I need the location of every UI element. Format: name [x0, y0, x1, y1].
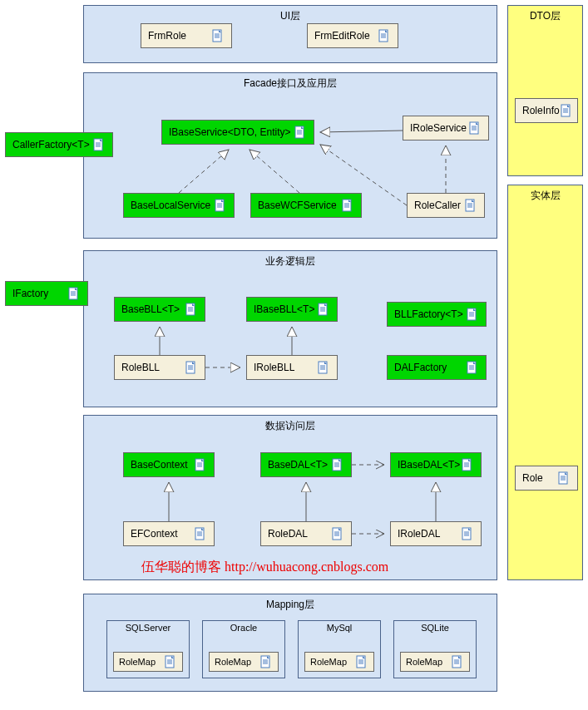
sqlserver-rolemap: RoleMap	[113, 652, 183, 672]
sqlserver-title: SQLServer	[107, 621, 189, 634]
entity-layer-title: 实体层	[508, 185, 582, 206]
bll-factory-node: BLLFactory<T>	[387, 302, 487, 327]
role-bll-node: RoleBLL	[114, 355, 205, 380]
irole-bll-label: IRoleBLL	[254, 362, 294, 373]
base-bll-label: BaseBLL<T>	[121, 303, 180, 315]
document-icon	[331, 458, 344, 471]
sqlite-rolemap-label: RoleMap	[406, 657, 442, 667]
document-icon	[461, 527, 474, 540]
document-icon	[468, 121, 482, 135]
dal-factory-node: DALFactory	[387, 355, 487, 380]
ibase-service-label: IBaseService<DTO, Entity>	[169, 126, 291, 138]
document-icon	[341, 199, 354, 212]
role-caller-node: RoleCaller	[407, 193, 485, 218]
bll-factory-label: BLLFactory<T>	[394, 308, 463, 320]
mysql-rolemap: RoleMap	[304, 652, 374, 672]
irole-dal-node: IRoleDAL	[390, 521, 482, 546]
ef-context-node: EFContext	[123, 521, 215, 546]
ef-context-label: EFContext	[131, 528, 178, 540]
ibase-bll-label: IBaseBLL<T>	[254, 303, 314, 315]
role-caller-label: RoleCaller	[414, 200, 461, 211]
oracle-rolemap-label: RoleMap	[215, 657, 251, 667]
ibase-service-node: IBaseService<DTO, Entity>	[161, 120, 314, 145]
ibase-bll-node: IBaseBLL<T>	[246, 297, 338, 322]
sqlite-rolemap: RoleMap	[400, 652, 470, 672]
document-icon	[331, 527, 344, 540]
mysql-rolemap-label: RoleMap	[310, 657, 347, 667]
caller-factory-node: CallerFactory<T>	[5, 132, 113, 157]
facade-layer-title: Facade接口及应用层	[84, 73, 497, 94]
base-wcf-service-label: BaseWCFService	[258, 200, 337, 211]
document-icon	[211, 29, 225, 42]
ifactory-node: IFactory	[5, 281, 88, 306]
oracle-title: Oracle	[203, 621, 284, 634]
irole-bll-node: IRoleBLL	[246, 355, 338, 380]
oracle-rolemap: RoleMap	[209, 652, 279, 672]
ibase-dal-node: IBaseDAL<T>	[390, 452, 482, 477]
entity-layer: 实体层	[507, 185, 583, 580]
mysql-title: MySql	[299, 621, 380, 634]
role-bll-label: RoleBLL	[121, 362, 160, 373]
ibase-dal-label: IBaseDAL<T>	[398, 459, 460, 471]
irole-service-node: IRoleService	[403, 116, 489, 141]
dto-layer-title: DTO层	[508, 6, 582, 27]
document-icon	[185, 361, 198, 374]
role-dal-node: RoleDAL	[260, 521, 352, 546]
dal-layer: 数据访问层	[83, 415, 497, 580]
bll-layer: 业务逻辑层	[83, 250, 497, 407]
dto-layer: DTO层	[507, 5, 583, 176]
bll-layer-title: 业务逻辑层	[84, 251, 497, 272]
document-icon	[194, 458, 207, 471]
document-icon	[355, 655, 368, 668]
irole-dal-label: IRoleDAL	[398, 528, 440, 540]
role-dal-label: RoleDAL	[268, 528, 308, 540]
document-icon	[185, 303, 198, 316]
document-icon	[294, 126, 307, 139]
document-icon	[557, 471, 571, 485]
frm-role-node: FrmRole	[141, 23, 232, 48]
base-dal-node: BaseDAL<T>	[260, 452, 352, 477]
dal-layer-title: 数据访问层	[84, 416, 497, 436]
document-icon	[461, 458, 474, 471]
dal-factory-label: DALFactory	[394, 362, 447, 373]
document-icon	[194, 527, 207, 540]
base-local-service-node: BaseLocalService	[123, 193, 235, 218]
document-icon	[560, 104, 573, 117]
watermark-text: 伍华聪的博客 http://wuhuacong.cnblogs.com	[141, 559, 388, 576]
frm-edit-role-node: FrmEditRole	[307, 23, 398, 48]
mapping-layer-title: Mapping层	[84, 594, 497, 615]
sqlite-title: SQLite	[394, 621, 476, 634]
document-icon	[259, 655, 273, 668]
document-icon	[67, 287, 81, 300]
document-icon	[317, 361, 330, 374]
base-dal-label: BaseDAL<T>	[268, 459, 328, 471]
document-icon	[451, 655, 464, 668]
document-icon	[164, 655, 177, 668]
base-context-label: BaseContext	[131, 459, 188, 471]
document-icon	[92, 138, 106, 151]
sqlserver-rolemap-label: RoleMap	[119, 657, 156, 667]
document-icon	[214, 199, 227, 212]
frm-edit-role-label: FrmEditRole	[314, 30, 370, 42]
document-icon	[466, 361, 479, 374]
base-context-node: BaseContext	[123, 452, 215, 477]
document-icon	[317, 303, 330, 316]
base-local-service-label: BaseLocalService	[131, 200, 210, 211]
frm-role-label: FrmRole	[148, 30, 186, 42]
role-info-label: RoleInfo	[522, 105, 560, 116]
ifactory-label: IFactory	[12, 288, 48, 299]
base-bll-node: BaseBLL<T>	[114, 297, 205, 322]
caller-factory-label: CallerFactory<T>	[12, 139, 90, 150]
role-info-node: RoleInfo	[515, 98, 578, 123]
document-icon	[466, 308, 479, 321]
document-icon	[378, 29, 391, 42]
role-label: Role	[522, 472, 543, 484]
base-wcf-service-node: BaseWCFService	[250, 193, 362, 218]
document-icon	[464, 199, 477, 212]
role-node: Role	[515, 466, 578, 491]
irole-service-label: IRoleService	[410, 122, 467, 134]
